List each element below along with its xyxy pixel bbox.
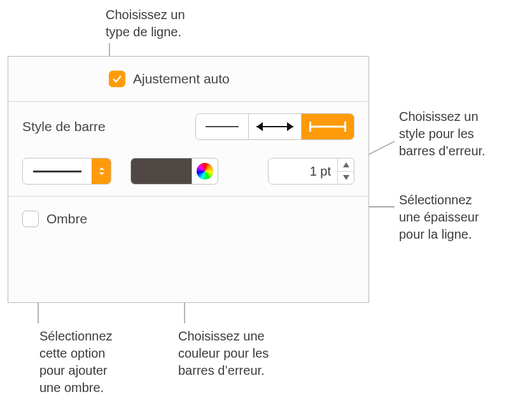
thickness-stepper[interactable]: 1 pt [268, 158, 354, 185]
row-bar-style: Style de barre [22, 113, 354, 140]
label-auto-fit: Ajustement auto [133, 71, 230, 87]
chevrons-updown-icon [92, 158, 111, 184]
line-icon [206, 126, 239, 127]
segment-capped-style[interactable] [302, 114, 354, 139]
svg-line-5 [366, 141, 395, 156]
row-controls: 1 pt [22, 158, 354, 185]
segment-arrow-style[interactable] [249, 114, 302, 139]
row-shadow: Ombre [8, 197, 368, 241]
stepper-buttons [337, 158, 354, 184]
segmented-bar-style[interactable] [195, 113, 354, 140]
capped-whisker-icon [309, 122, 346, 132]
stepper-down-button[interactable] [338, 171, 354, 185]
callout-color: Choisissez unecouleur pour lesbarres d’e… [178, 328, 318, 379]
stepper-up-button[interactable] [338, 158, 354, 171]
check-icon [111, 73, 123, 85]
line-type-preview [23, 171, 92, 172]
arrow-whisker-icon [256, 122, 293, 131]
checkbox-auto-fit[interactable] [109, 71, 125, 87]
color-controls [130, 158, 218, 185]
row-auto-fit: Ajustement auto [8, 57, 368, 101]
thickness-value: 1 pt [269, 158, 337, 184]
callout-shadow: Sélectionnezcette optionpour ajouterune … [39, 328, 160, 396]
colorwheel-icon [197, 163, 213, 179]
callout-line-type: Choisissez untype de ligne. [106, 6, 220, 41]
checkbox-shadow[interactable] [22, 211, 39, 227]
callout-thickness: Sélectionnezune épaisseurpour la ligne. [399, 192, 523, 243]
chevron-up-icon [343, 162, 349, 167]
chevron-down-icon [343, 175, 349, 180]
section-bar-style: Style de barre [8, 102, 368, 196]
callout-bar-style: Choisissez unstyle pour lesbarres d’erre… [399, 108, 523, 160]
segment-line-style[interactable] [196, 114, 249, 139]
label-shadow: Ombre [46, 211, 87, 227]
solid-line-icon [33, 171, 81, 172]
color-well[interactable] [130, 158, 192, 185]
popup-line-type[interactable] [22, 158, 111, 185]
inspector-panel: Ajustement auto Style de barre [8, 56, 369, 303]
label-bar-style: Style de barre [22, 119, 106, 134]
color-picker-button[interactable] [192, 158, 218, 185]
